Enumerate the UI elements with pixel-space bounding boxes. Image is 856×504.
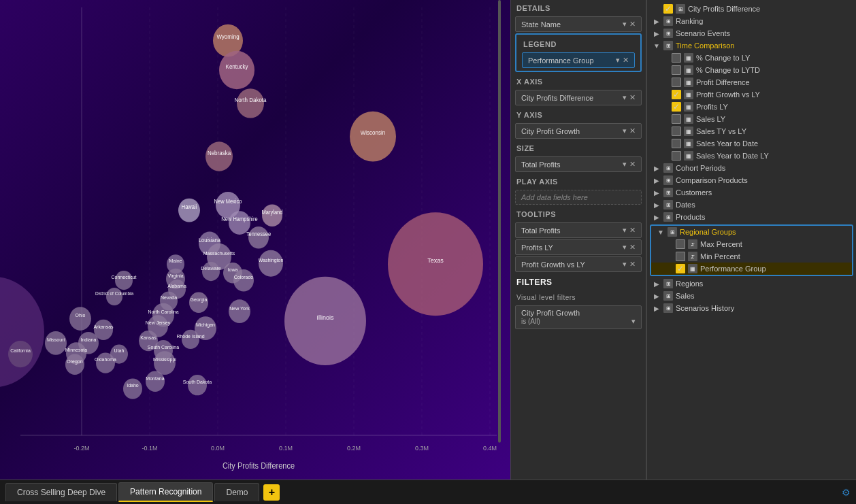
total-profits-tooltip-remove[interactable]: ✕ xyxy=(629,226,636,235)
fields-item-dates[interactable]: ▶ ⊞ Dates xyxy=(647,199,856,211)
expand-cohort-icon[interactable]: ▶ xyxy=(653,164,661,172)
checkbox-profit-difference[interactable] xyxy=(672,78,681,87)
total-profits-dropdown[interactable]: ▾ xyxy=(623,160,627,169)
expand-sales-ytd-icon xyxy=(661,139,669,148)
checkbox-sales-ytd-ly[interactable] xyxy=(672,151,681,161)
fields-item-scenario-events[interactable]: ▶ ⊞ Scenario Events xyxy=(647,27,856,39)
state-name-row[interactable]: State Name ▾ ✕ xyxy=(515,16,642,32)
fields-item-ranking[interactable]: ▶ ⊞ Ranking xyxy=(647,15,856,27)
performance-group-remove[interactable]: ✕ xyxy=(623,56,629,65)
fields-item-regions[interactable]: ▶ ⊞ Regions xyxy=(647,278,856,290)
fields-label-sales-ytd-ly: Sales Year to Date LY xyxy=(696,152,769,160)
fields-item-performance-group[interactable]: ✓ ▦ Performance Group xyxy=(651,263,852,275)
cohort-table-icon: ⊞ xyxy=(663,163,673,173)
expand-sales-icon[interactable]: ▶ xyxy=(653,292,661,300)
svg-text:Kansas: Kansas xyxy=(140,335,157,341)
state-name-remove[interactable]: ✕ xyxy=(629,20,636,29)
expand-comparison-products-icon[interactable]: ▶ xyxy=(653,176,661,184)
fields-item-regional-groups[interactable]: ▼ ⊞ Regional Groups xyxy=(651,226,852,238)
city-profit-growth-filter-dropdown[interactable]: ▾ xyxy=(631,317,636,326)
fields-item-products[interactable]: ▶ ⊞ Products xyxy=(647,211,856,223)
profit-growth-vs-ly-dropdown[interactable]: ▾ xyxy=(623,260,627,269)
add-data-placeholder: Add data fields here xyxy=(515,190,642,205)
svg-point-41 xyxy=(259,250,283,277)
checkbox-min-percent[interactable] xyxy=(676,252,685,261)
size-section: Size Total Profits ▾ ✕ xyxy=(511,140,646,172)
checkbox-profits-ly[interactable]: ✓ xyxy=(672,102,681,112)
expand-dates-icon[interactable]: ▶ xyxy=(653,201,661,209)
regional-groups-highlight: ▼ ⊞ Regional Groups Σ Max Percent Σ Min … xyxy=(650,224,853,276)
profits-ly-remove[interactable]: ✕ xyxy=(629,243,636,252)
fields-item-profit-difference[interactable]: ▦ Profit Difference xyxy=(647,76,856,88)
checkbox-profit-growth-vs-ly[interactable]: ✓ xyxy=(672,90,681,99)
fields-item-comparison-products[interactable]: ▶ ⊞ Comparison Products xyxy=(647,174,856,186)
fields-item-city-profits-diff[interactable]: ✓ ⊞ City Profits Difference xyxy=(647,3,856,15)
checkbox-max-percent[interactable] xyxy=(676,239,685,249)
checkbox-sales-ly[interactable] xyxy=(672,114,681,124)
fields-item-min-percent[interactable]: Σ Min Percent xyxy=(651,250,852,263)
fields-item-time-comparison[interactable]: ▼ ⊞ Time Comparison xyxy=(647,39,856,52)
expand-regions-icon[interactable]: ▶ xyxy=(653,280,661,288)
svg-text:New Mexico: New Mexico xyxy=(214,199,242,205)
city-profits-diff-remove[interactable]: ✕ xyxy=(629,93,636,102)
fields-item-sales-ty-vs-ly[interactable]: ▦ Sales TY vs LY xyxy=(647,125,856,137)
city-profit-growth-filter-row[interactable]: City Profit Growth is (All) ▾ xyxy=(515,305,642,329)
profits-ly-row[interactable]: Profits LY ▾ ✕ xyxy=(515,239,642,255)
fields-item-change-to-ly[interactable]: ▦ % Change to LY xyxy=(647,52,856,64)
checkbox-performance-group[interactable]: ✓ xyxy=(676,264,685,273)
checkbox-sales-ty-vs-ly[interactable] xyxy=(672,127,681,136)
svg-text:Wisconsin: Wisconsin xyxy=(361,129,386,136)
city-profits-diff-row[interactable]: City Profits Difference ▾ ✕ xyxy=(515,90,642,105)
svg-text:City Profits Difference: City Profits Difference xyxy=(223,461,295,469)
fields-item-change-to-lytd[interactable]: ▦ % Change to LYTD xyxy=(647,64,856,76)
total-profits-tooltip-row[interactable]: Total Profits ▾ ✕ xyxy=(515,222,642,238)
tab-cross-selling[interactable]: Cross Selling Deep Dive xyxy=(5,483,117,501)
svg-text:0.3M: 0.3M xyxy=(415,444,429,451)
total-profits-row[interactable]: Total Profits ▾ ✕ xyxy=(515,156,642,172)
checkbox-sales-ytd[interactable] xyxy=(672,139,681,148)
svg-text:California: California xyxy=(10,348,31,354)
expand-time-comparison-icon[interactable]: ▼ xyxy=(653,41,661,50)
time-comparison-table-icon: ⊞ xyxy=(663,41,673,50)
expand-products-icon[interactable]: ▶ xyxy=(653,213,661,221)
performance-group-row[interactable]: Performance Group ▾ ✕ xyxy=(522,52,635,68)
fields-item-profits-ly[interactable]: ✓ ▦ Profits LY xyxy=(647,101,856,113)
checkbox-change-to-lytd[interactable] xyxy=(672,65,681,75)
tab-add-button[interactable]: + xyxy=(263,484,280,501)
tab-demo[interactable]: Demo xyxy=(214,483,259,501)
fields-item-max-percent[interactable]: Σ Max Percent xyxy=(651,238,852,250)
profits-ly-dropdown[interactable]: ▾ xyxy=(623,243,627,252)
fields-item-sales-ly[interactable]: ▦ Sales LY xyxy=(647,113,856,125)
fields-item-scenarios-history[interactable]: ▶ ⊞ Scenarios History xyxy=(647,302,856,314)
city-profit-growth-remove[interactable]: ✕ xyxy=(629,127,636,135)
expand-scenario-events-icon[interactable]: ▶ xyxy=(653,29,661,37)
state-name-dropdown[interactable]: ▾ xyxy=(623,20,627,29)
fields-item-customers[interactable]: ▶ ⊞ Customers xyxy=(647,186,856,199)
checkbox-change-to-ly[interactable] xyxy=(672,53,681,63)
svg-point-53 xyxy=(189,292,208,313)
svg-point-87 xyxy=(8,341,33,367)
expand-customers-icon[interactable]: ▶ xyxy=(653,188,661,197)
checkbox-city-profits-diff[interactable]: ✓ xyxy=(663,4,673,14)
expand-scenarios-history-icon[interactable]: ▶ xyxy=(653,304,661,312)
filter-icon-bottom[interactable]: ⚙ xyxy=(842,487,851,498)
expand-ranking-icon[interactable]: ▶ xyxy=(653,17,661,25)
profit-growth-vs-ly-row[interactable]: Profit Growth vs LY ▾ ✕ xyxy=(515,256,642,272)
tab-pattern-recognition[interactable]: Pattern Recognition xyxy=(118,482,213,502)
svg-point-29 xyxy=(248,226,269,249)
performance-group-dropdown[interactable]: ▾ xyxy=(616,56,620,65)
profit-growth-vs-ly-remove[interactable]: ✕ xyxy=(629,260,636,269)
fields-item-profit-growth-vs-ly[interactable]: ✓ ▦ Profit Growth vs LY xyxy=(647,88,856,101)
fields-item-sales-ytd-ly[interactable]: ▦ Sales Year to Date LY xyxy=(647,150,856,162)
measure-icon-sales-ytd-ly: ▦ xyxy=(684,151,693,161)
fields-item-cohort-periods[interactable]: ▶ ⊞ Cohort Periods xyxy=(647,162,856,174)
expand-regional-groups-icon[interactable]: ▼ xyxy=(657,228,665,236)
city-profit-growth-dropdown[interactable]: ▾ xyxy=(623,127,627,135)
total-profits-tooltip-dropdown[interactable]: ▾ xyxy=(623,226,627,235)
svg-point-17 xyxy=(205,141,233,171)
total-profits-remove[interactable]: ✕ xyxy=(629,160,636,169)
city-profits-diff-dropdown[interactable]: ▾ xyxy=(623,93,627,102)
city-profit-growth-row[interactable]: City Profit Growth ▾ ✕ xyxy=(515,123,642,139)
fields-item-sales-ytd[interactable]: ▦ Sales Year to Date xyxy=(647,137,856,150)
fields-item-sales[interactable]: ▶ ⊞ Sales xyxy=(647,290,856,302)
